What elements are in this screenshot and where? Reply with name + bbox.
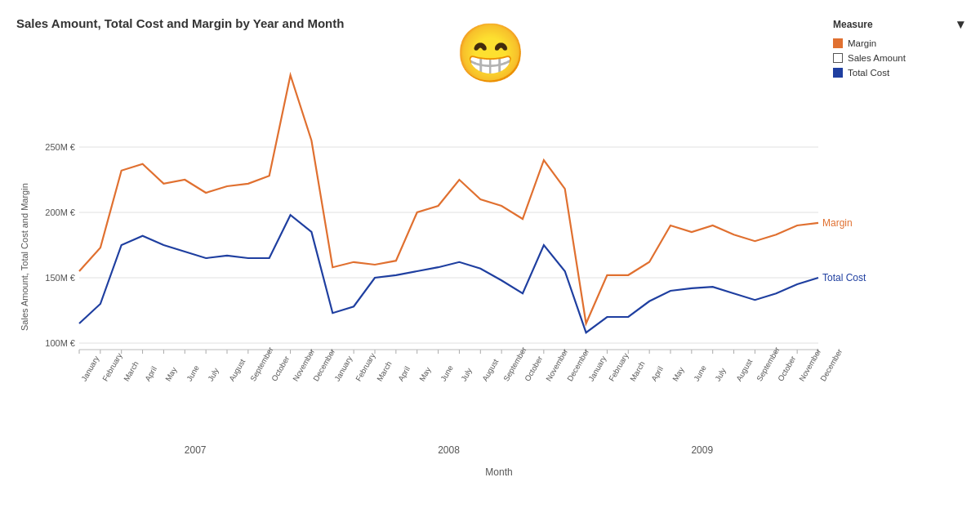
svg-text:200M €: 200M €: [45, 207, 75, 217]
main-chart-svg: 100M €150M €200M €250M €MarginTotal Cost: [34, 37, 835, 377]
x-axis-container: JanuaryFebruaryMarchAprilMayJuneJulyAugu…: [79, 377, 818, 462]
chart-container: Sales Amount, Total Cost and Margin by Y…: [0, 0, 980, 513]
x-year-label: 2008: [438, 444, 460, 456]
x-axis-title: Month: [34, 466, 964, 478]
svg-text:150M €: 150M €: [45, 273, 75, 283]
x-year-label: 2007: [185, 444, 207, 456]
svg-text:Total Cost: Total Cost: [822, 272, 866, 283]
chart-title: Sales Amount, Total Cost and Margin by Y…: [16, 16, 964, 30]
y-axis-label: Sales Amount, Total Cost and Margin: [16, 37, 33, 478]
chart-area: Sales Amount, Total Cost and Margin 100M…: [16, 37, 964, 478]
svg-text:100M €: 100M €: [45, 338, 75, 348]
x-year-label: 2009: [691, 444, 713, 456]
svg-text:Margin: Margin: [822, 217, 853, 229]
legend-title: Measure: [833, 19, 873, 30]
chart-inner: 100M €150M €200M €250M €MarginTotal Cost…: [34, 37, 964, 478]
legend-chevron[interactable]: ▾: [957, 16, 964, 32]
legend-header: Measure ▾: [833, 16, 964, 32]
svg-text:250M €: 250M €: [45, 142, 75, 152]
